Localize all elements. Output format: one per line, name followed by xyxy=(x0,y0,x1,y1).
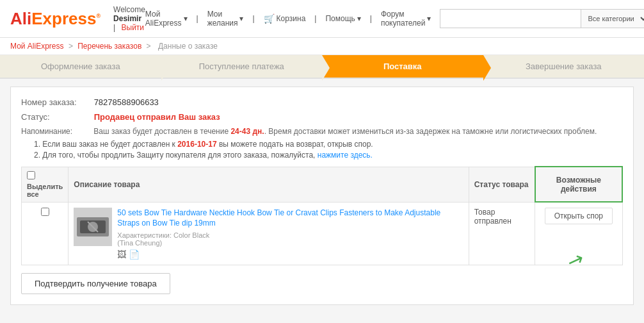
notice1-suffix: вы можете подать на возврат, открыв спор… xyxy=(217,140,373,149)
logo: AliExpress® xyxy=(10,9,101,29)
arrow-annotation: ↗ xyxy=(564,247,586,273)
breadcrumb-current: Данные о заказе xyxy=(158,42,218,51)
product-actions-cell: Открыть спор ↗ xyxy=(535,202,622,265)
welcome-label: Welcome xyxy=(113,5,145,14)
welcome-text: Welcome Desimir | Выйти xyxy=(113,5,145,32)
col-description: Описание товара xyxy=(68,167,469,202)
step-2-label: Поступление платежа xyxy=(199,62,284,71)
product-status: Товар отправлен xyxy=(474,208,511,226)
confirm-section: Подтвердить получение товара xyxy=(21,273,623,294)
select-all-label: Выделитьвсе xyxy=(27,183,63,198)
product-icons: 🖼 📄 xyxy=(117,249,463,260)
reminder-days: 24-43 дн. xyxy=(230,127,264,136)
progress-step-4: Завершение заказа xyxy=(483,55,645,78)
progress-step-2: Поступление платежа xyxy=(161,55,323,78)
product-thumbnail xyxy=(74,208,112,246)
row-checkbox-cell xyxy=(22,202,68,265)
nav-sep4: | xyxy=(370,14,372,23)
order-box: Номер заказа: 78278588906633 Статус: Про… xyxy=(10,87,634,305)
table-header-row: Выделитьвсе Описание товара Статус товар… xyxy=(22,167,623,202)
breadcrumb-sep-1: > xyxy=(68,42,73,51)
reminder-label: Напоминание: xyxy=(21,127,92,136)
cart-label: Корзина xyxy=(277,14,306,23)
logo-express: Express xyxy=(31,9,96,28)
order-number-row: Номер заказа: 78278588906633 xyxy=(21,97,623,107)
nav-wishlist[interactable]: Мои желания ▾ xyxy=(207,10,244,28)
notice1-prefix: 1. Если ваш заказ не будет доставлен к xyxy=(34,140,177,149)
progress-step-1: Оформление заказа xyxy=(0,55,161,78)
logo-reg: ® xyxy=(96,13,101,19)
logo-area: AliExpress® Welcome Desimir | Выйти xyxy=(10,5,145,32)
username: Desimir xyxy=(113,14,141,23)
nav-help[interactable]: Помощь ▾ xyxy=(325,14,360,23)
my-aliexpress-label: Мой AliExpress xyxy=(145,10,182,28)
order-number-label: Номер заказа: xyxy=(21,97,92,107)
breadcrumb-link-1[interactable]: Мой AliExpress xyxy=(10,42,64,51)
select-all-checkbox[interactable] xyxy=(27,171,35,179)
reminder-row: Напоминание: Ваш заказ будет доставлен в… xyxy=(21,127,623,136)
table-row: 50 sets Bow Tie Hardware Necktie Hook Bo… xyxy=(22,202,623,265)
col-status: Статус товара xyxy=(469,167,535,202)
help-label: Помощь xyxy=(325,14,355,23)
breadcrumb: Мой AliExpress > Перечень заказов > Данн… xyxy=(0,38,644,55)
product-details: 50 sets Bow Tie Hardware Necktie Hook Bo… xyxy=(117,208,463,260)
chevron-down-icon: ▾ xyxy=(184,14,188,23)
main-content: Номер заказа: 78278588906633 Статус: Про… xyxy=(0,79,644,319)
col-select-all: Выделитьвсе xyxy=(22,167,68,202)
nav-my-aliexpress[interactable]: Мой AliExpress ▾ xyxy=(145,10,188,28)
reminder-text: Ваш заказ будет доставлен в течение xyxy=(93,127,230,136)
notice2-text: 2. Для того, чтобы продлить Защиту покуп… xyxy=(34,151,318,160)
product-table: Выделитьвсе Описание товара Статус товар… xyxy=(21,166,623,265)
product-seller: (Tina Cheung) xyxy=(117,239,463,247)
chevron-down-icon2: ▾ xyxy=(239,14,243,23)
product-name-link[interactable]: 50 sets Bow Tie Hardware Necktie Hook Bo… xyxy=(117,208,440,228)
cart-icon: 🛒 xyxy=(264,13,275,24)
notice2-link[interactable]: нажмите здесь. xyxy=(318,151,373,160)
product-content: 50 sets Bow Tie Hardware Necktie Hook Bo… xyxy=(74,208,463,260)
open-dispute-button[interactable]: Открыть спор xyxy=(545,208,613,224)
notice-1: 1. Если ваш заказ не будет доставлен к 2… xyxy=(34,140,623,149)
chevron-down-icon3: ▾ xyxy=(357,14,361,23)
top-nav: Мой AliExpress ▾ | Мои желания ▾ | 🛒 Кор… xyxy=(145,10,431,28)
col-actions: Возможные действия xyxy=(535,167,622,202)
breadcrumb-link-2[interactable]: Перечень заказов xyxy=(77,42,141,51)
chevron-down-icon4: ▾ xyxy=(427,14,431,23)
product-image xyxy=(74,208,112,246)
progress-bar: Оформление заказа Поступление платежа По… xyxy=(0,55,644,79)
nav-sep1: | xyxy=(197,14,198,23)
table-body: 50 sets Bow Tie Hardware Necktie Hook Bo… xyxy=(22,202,623,265)
order-status-row: Статус: Продавец отправил Ваш заказ xyxy=(21,112,623,122)
header: AliExpress® Welcome Desimir | Выйти Мой … xyxy=(0,0,644,38)
step-3-label: Поставка xyxy=(383,62,422,71)
notice1-date: 2016-10-17 xyxy=(177,140,216,149)
status-label: Статус: xyxy=(21,112,92,122)
progress-step-3: Поставка xyxy=(322,55,483,78)
order-number-value: 78278588906633 xyxy=(94,97,159,107)
step-4-label: Завершение заказа xyxy=(526,62,602,71)
category-select[interactable]: Все категории xyxy=(581,9,644,28)
nav-cart[interactable]: 🛒 Корзина xyxy=(264,13,306,24)
header-right: Мой AliExpress ▾ | Мои желания ▾ | 🛒 Кор… xyxy=(145,9,644,28)
nav-sep3: | xyxy=(314,14,316,23)
breadcrumb-sep-2: > xyxy=(147,42,151,51)
reminder-rest: . Время доставки может измениться из-за … xyxy=(264,127,597,136)
nav-sep2: | xyxy=(252,14,254,23)
wishlist-label: Мои желания xyxy=(207,10,238,28)
logo-ali: Ali xyxy=(10,9,31,28)
confirm-receipt-button[interactable]: Подтвердить получение товара xyxy=(21,273,170,294)
buyer-forum-label: Форум покупателей xyxy=(381,10,425,28)
search-input[interactable] xyxy=(440,9,581,28)
file-icon: 📄 xyxy=(129,249,140,260)
product-characteristics: Характеристики: Color Black xyxy=(117,231,463,239)
logout-link[interactable]: Выйти xyxy=(122,23,145,32)
step-1-label: Оформление заказа xyxy=(41,62,120,71)
status-value: Продавец отправил Ваш заказ xyxy=(94,112,220,122)
nav-buyer-forum[interactable]: Форум покупателей ▾ xyxy=(381,10,431,28)
notice-2: 2. Для того, чтобы продлить Защиту покуп… xyxy=(34,151,623,160)
image-icon: 🖼 xyxy=(117,249,126,260)
search-area: Все категории Search xyxy=(440,9,644,28)
divider: | xyxy=(113,23,117,32)
product-cell: 50 sets Bow Tie Hardware Necktie Hook Bo… xyxy=(68,202,469,265)
row-checkbox[interactable] xyxy=(41,208,49,216)
product-status-cell: Товар отправлен xyxy=(469,202,535,265)
